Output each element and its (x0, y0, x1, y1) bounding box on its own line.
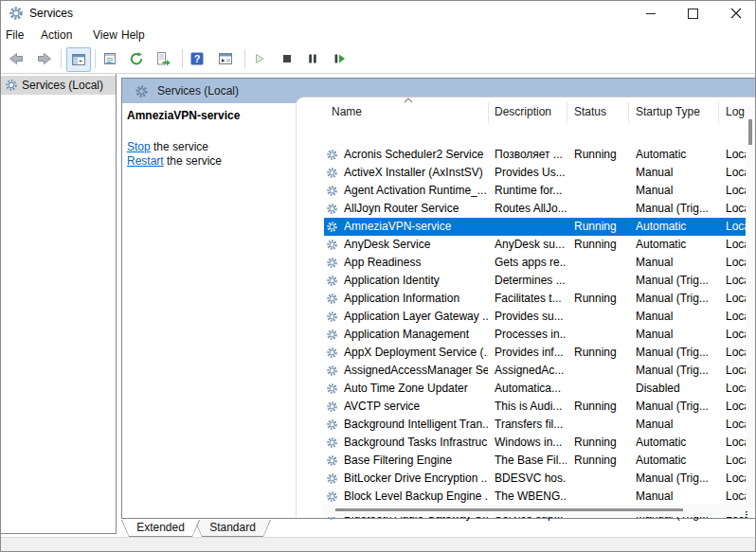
menu-action[interactable]: Action (41, 28, 72, 42)
column-header-description[interactable]: Description (495, 105, 570, 118)
start-service-button[interactable] (251, 50, 268, 67)
toolbar-separator (95, 49, 96, 68)
pause-service-button[interactable] (304, 50, 321, 67)
service-description: AssignedAc... (495, 364, 567, 377)
forward-button[interactable] (36, 50, 53, 67)
horizontal-scrollbar-thumb[interactable] (335, 508, 683, 511)
table-row[interactable]: Background Intelligent Tran... Transfers… (324, 416, 747, 434)
service-description: Automatica... (495, 382, 567, 395)
toolbar: ? (1, 45, 756, 74)
vertical-scrollbar-thumb[interactable] (748, 119, 752, 145)
table-row[interactable]: AVCTP service This is Audi... Running Ma… (324, 398, 747, 416)
service-log-on-as: Loca (726, 436, 747, 449)
service-description: AnyDesk su... (495, 238, 567, 251)
service-gear-icon (326, 221, 338, 233)
tree-item-services-local[interactable]: Services (Local) (1, 76, 116, 95)
service-startup-type: Manual (636, 310, 717, 323)
tab-standard[interactable]: Standard (194, 520, 271, 537)
vertical-scrollbar[interactable] (746, 105, 756, 507)
table-row[interactable]: Auto Time Zone Updater Automatica... Dis… (324, 380, 747, 398)
table-row[interactable]: AmneziaVPN-service Running Automatic Loc… (324, 218, 747, 236)
table-row[interactable]: Agent Activation Runtime_... Runtime for… (324, 182, 747, 200)
table-row[interactable]: Application Management Processes in... M… (324, 326, 747, 344)
menu-bar: File Action View Help (1, 26, 756, 45)
column-divider[interactable] (628, 102, 629, 123)
column-divider[interactable] (567, 102, 567, 123)
table-row[interactable]: AssignedAccessManager Se... AssignedAc..… (324, 362, 747, 380)
restart-service-button[interactable] (331, 50, 348, 67)
service-gear-icon (326, 167, 338, 179)
minimize-button[interactable] (629, 1, 672, 26)
horizontal-scrollbar[interactable] (322, 505, 746, 517)
service-gear-icon (326, 365, 338, 377)
menu-view[interactable]: View (93, 28, 117, 42)
service-status: Running (574, 400, 623, 413)
table-row[interactable]: ActiveX Installer (AxInstSV) Provides Us… (324, 164, 747, 182)
stop-icon (279, 51, 295, 66)
table-row[interactable]: AnyDesk Service AnyDesk su... Running Au… (324, 236, 747, 254)
action-pane-icon (218, 51, 233, 66)
tab-extended[interactable]: Extended (121, 520, 200, 537)
table-row[interactable]: Acronis Scheduler2 Service Позволяет ...… (324, 146, 747, 164)
service-name: Auto Time Zone Updater (344, 382, 488, 395)
service-log-on-as: Loca (726, 310, 747, 323)
table-row[interactable]: Background Tasks Infrastruc... Windows i… (324, 434, 747, 452)
show-console-tree-button[interactable] (66, 47, 91, 72)
export-list-button[interactable] (154, 50, 171, 67)
service-name: Block Level Backup Engine ... (344, 490, 488, 503)
help-button[interactable]: ? (189, 50, 206, 67)
table-row[interactable]: Base Filtering Engine The Base Fil... Ru… (324, 452, 747, 470)
menu-file[interactable]: File (6, 28, 24, 42)
stop-service-button[interactable] (279, 50, 296, 67)
restart-service-link[interactable]: Restart (127, 154, 164, 168)
tab-extended-label: Extended (136, 521, 185, 534)
column-divider[interactable] (718, 102, 719, 123)
toolbar-separator (61, 49, 62, 68)
table-row[interactable]: Application Layer Gateway ... Provides s… (324, 308, 747, 326)
close-button[interactable] (714, 1, 756, 26)
table-row[interactable]: AllJoyn Router Service Routes AllJo... M… (324, 200, 747, 218)
column-divider[interactable] (488, 102, 489, 123)
service-startup-type: Manual (636, 490, 717, 503)
service-log-on-as: Loca (726, 184, 747, 197)
service-log-on-as: Loca (726, 490, 747, 503)
restart-service-suffix: the service (164, 154, 222, 168)
service-gear-icon (326, 311, 338, 323)
service-name: Background Intelligent Tran... (344, 418, 488, 431)
service-log-on-as: Loca (726, 148, 747, 161)
back-button[interactable] (8, 50, 25, 67)
properties-button[interactable] (101, 50, 118, 67)
column-header-status[interactable]: Status (574, 105, 626, 118)
table-row[interactable]: Application Identity Determines ... Manu… (324, 272, 747, 290)
title-bar: Services (1, 1, 756, 26)
stop-service-link[interactable]: Stop (127, 140, 151, 153)
column-header-log-on-as[interactable]: Log (726, 105, 747, 118)
service-startup-type: Automatic (636, 436, 717, 449)
service-description: Determines ... (495, 274, 567, 287)
status-bar (1, 537, 756, 552)
table-row[interactable]: Application Information Facilitates t...… (324, 290, 747, 308)
table-row[interactable]: Block Level Backup Engine ... The WBENG.… (324, 488, 747, 506)
menu-help[interactable]: Help (121, 28, 145, 42)
show-action-pane-button[interactable] (217, 50, 234, 67)
pause-icon (305, 51, 320, 66)
table-row[interactable]: BitLocker Drive Encryption ... BDESVC ho… (324, 470, 747, 488)
maximize-button[interactable] (672, 1, 714, 26)
table-row[interactable]: App Readiness Gets apps re... Manual Loc… (324, 254, 747, 272)
service-name: Agent Activation Runtime_... (344, 184, 488, 197)
service-description: BDESVC hos... (495, 472, 567, 485)
service-log-on-as: Loca (726, 274, 747, 287)
service-log-on-as: Loca (726, 364, 747, 377)
column-header-startup-type[interactable]: Startup Type (636, 105, 716, 118)
main-panel: Services (Local) AmneziaVPN-service Stop… (121, 78, 756, 519)
back-icon (9, 51, 24, 66)
column-header-name[interactable]: Name (332, 105, 474, 118)
table-row[interactable]: AppX Deployment Service (... Provides in… (324, 344, 747, 362)
service-startup-type: Manual (Trig... (636, 346, 717, 359)
svg-text:?: ? (194, 53, 201, 64)
service-log-on-as: Loca (726, 418, 747, 431)
services-gear-icon (135, 84, 149, 98)
refresh-button[interactable] (128, 50, 145, 67)
service-startup-type: Manual (Trig... (636, 472, 717, 485)
service-name: AllJoyn Router Service (344, 202, 488, 215)
